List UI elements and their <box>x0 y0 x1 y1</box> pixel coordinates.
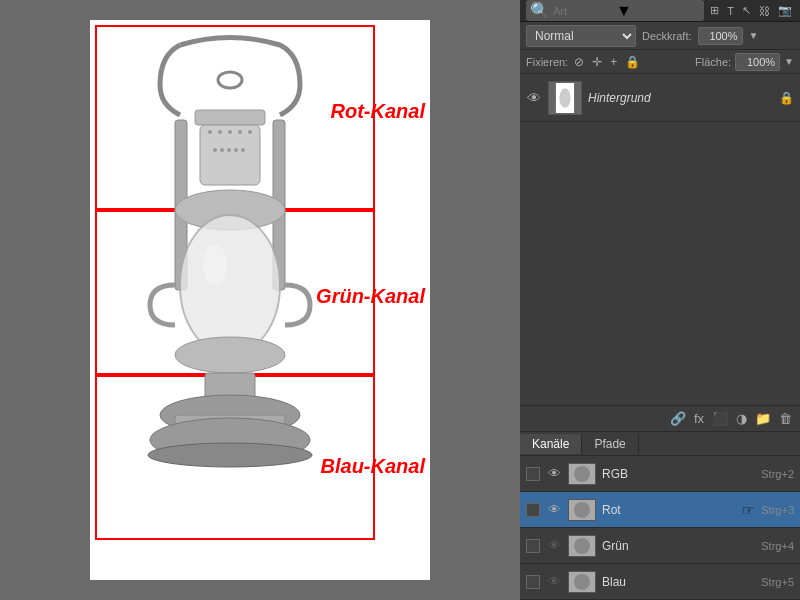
canvas-area: Rot-Kanal Grün-Kanal Blau-Kanal <box>0 0 520 600</box>
rot-kanal-label: Rot-Kanal <box>331 100 425 123</box>
svg-point-17 <box>234 148 238 152</box>
adjust-icon[interactable]: ◑ <box>736 411 747 426</box>
fx-icon[interactable]: fx <box>694 411 704 426</box>
channel-check-rot[interactable] <box>526 503 540 517</box>
text-icon[interactable]: T <box>725 5 736 17</box>
svg-point-29 <box>574 502 590 518</box>
channel-shortcut-blau: Strg+5 <box>761 576 794 588</box>
channel-shortcut-rgb: Strg+2 <box>761 468 794 480</box>
opacity-label: Deckkraft: <box>642 30 692 42</box>
grun-kanal-label: Grün-Kanal <box>316 285 425 308</box>
channel-name-rgb: RGB <box>602 467 755 481</box>
channel-check-rgb[interactable] <box>526 467 540 481</box>
fixieren-label: Fixieren: <box>526 56 568 68</box>
lock-row: Fixieren: ⊘ ✛ + 🔒 Fläche: ▼ <box>520 50 800 74</box>
channel-thumb-grun <box>568 535 596 557</box>
channel-name-blau: Blau <box>602 575 755 589</box>
channel-name-rot: Rot <box>602 503 736 517</box>
delete-icon[interactable]: 🗑 <box>779 411 792 426</box>
search-icon: 🔍 <box>530 1 550 20</box>
layer-item-hintergrund[interactable]: 👁 Hintergrund 🔒 <box>520 74 800 122</box>
svg-point-31 <box>574 538 590 554</box>
bottom-section: 🔗 fx ⬛ ◑ 📁 🗑 Kanäle Pfade 👁 RGB Strg+2 👁 <box>520 405 800 600</box>
svg-point-14 <box>213 148 217 152</box>
channel-shortcut-grun: Strg+4 <box>761 540 794 552</box>
blend-mode-select[interactable]: Normal <box>526 25 636 47</box>
dropdown-arrow[interactable]: ▼ <box>616 2 632 20</box>
mask-icon[interactable]: ⬛ <box>712 411 728 426</box>
move-lock-icon[interactable]: ✛ <box>590 55 604 69</box>
svg-point-8 <box>175 337 285 373</box>
svg-point-21 <box>228 130 232 134</box>
svg-point-27 <box>574 466 590 482</box>
right-panel: 🔍 ▼ ⊞ T ↖ ⛓ 📷 Normal Deckkraft: ▼ Fixier… <box>520 0 800 600</box>
channel-check-grun[interactable] <box>526 539 540 553</box>
camera-icon[interactable]: 📷 <box>776 4 794 17</box>
layer-lock-icon: 🔒 <box>779 91 794 105</box>
svg-point-25 <box>559 88 570 108</box>
tab-pfade[interactable]: Pfade <box>582 434 638 454</box>
blend-mode-row: Normal Deckkraft: ▼ <box>520 22 800 50</box>
flache-arrow[interactable]: ▼ <box>784 56 794 67</box>
link2-icon[interactable]: ⛓ <box>757 5 772 17</box>
channel-thumb-rot <box>568 499 596 521</box>
svg-point-16 <box>227 148 231 152</box>
canvas-document: Rot-Kanal Grün-Kanal Blau-Kanal <box>90 20 430 580</box>
svg-point-6 <box>180 215 280 355</box>
layers-section: 👁 Hintergrund 🔒 <box>520 74 800 405</box>
svg-point-15 <box>220 148 224 152</box>
layer-eye-icon[interactable]: 👁 <box>526 90 542 106</box>
channel-eye-rgb[interactable]: 👁 <box>546 466 562 481</box>
link-icon[interactable]: 🔗 <box>670 411 686 426</box>
channel-blau[interactable]: 👁 Blau Strg+5 <box>520 564 800 600</box>
bottom-icons-row: 🔗 fx ⬛ ◑ 📁 🗑 <box>520 406 800 432</box>
search-input[interactable] <box>553 5 613 17</box>
svg-point-23 <box>248 130 252 134</box>
search-bar[interactable]: 🔍 ▼ <box>526 0 704 21</box>
channel-eye-blau[interactable]: 👁 <box>546 574 562 589</box>
checkered-lock-icon[interactable]: ⊘ <box>572 55 586 69</box>
flache-input[interactable] <box>735 53 780 71</box>
channel-eye-rot[interactable]: 👁 <box>546 502 562 517</box>
channel-rot[interactable]: 👁 Rot ☞ Strg+3 <box>520 492 800 528</box>
layer-name-text: Hintergrund <box>588 91 773 105</box>
channel-rgb[interactable]: 👁 RGB Strg+2 <box>520 456 800 492</box>
svg-point-7 <box>203 245 227 285</box>
grid-icon[interactable]: ⊞ <box>708 4 721 17</box>
channel-thumb-blau <box>568 571 596 593</box>
channel-name-grun: Grün <box>602 539 755 553</box>
hand-cursor-icon: ☞ <box>742 502 755 518</box>
svg-point-18 <box>241 148 245 152</box>
svg-point-13 <box>148 443 312 467</box>
channel-thumb-rgb <box>568 463 596 485</box>
opacity-input[interactable] <box>698 27 743 45</box>
channel-grun[interactable]: 👁 Grün Strg+4 <box>520 528 800 564</box>
tabs-row: Kanäle Pfade <box>520 432 800 456</box>
svg-point-20 <box>218 130 222 134</box>
folder-icon[interactable]: 📁 <box>755 411 771 426</box>
flache-label: Fläche: <box>695 56 731 68</box>
blau-kanal-label: Blau-Kanal <box>321 455 425 478</box>
cursor-icon[interactable]: ↖ <box>740 4 753 17</box>
svg-point-19 <box>208 130 212 134</box>
channel-check-blau[interactable] <box>526 575 540 589</box>
svg-rect-1 <box>195 110 265 125</box>
lock-icons-group: ⊘ ✛ + 🔒 <box>572 55 691 69</box>
channel-eye-grun[interactable]: 👁 <box>546 538 562 553</box>
svg-point-22 <box>238 130 242 134</box>
plus-lock-icon[interactable]: + <box>608 55 619 69</box>
channel-shortcut-rot: Strg+3 <box>761 504 794 516</box>
layer-thumbnail <box>548 81 582 115</box>
tab-kanale[interactable]: Kanäle <box>520 434 582 454</box>
opacity-arrow[interactable]: ▼ <box>749 30 759 41</box>
lock-icon[interactable]: 🔒 <box>623 55 642 69</box>
svg-point-0 <box>218 72 242 88</box>
svg-point-33 <box>574 574 590 590</box>
top-toolbar: 🔍 ▼ ⊞ T ↖ ⛓ 📷 <box>520 0 800 22</box>
